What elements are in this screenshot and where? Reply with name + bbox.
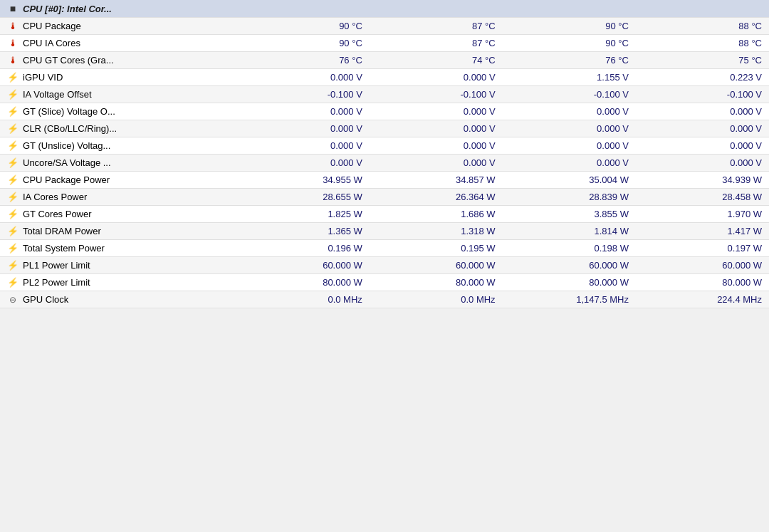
header-col1: [236, 0, 370, 18]
row-name-cell: 🌡 CPU GT Cores (Gra...: [0, 52, 236, 69]
row-value-4: 88 °C: [636, 18, 769, 35]
row-label: Uncore/SA Voltage ...: [23, 157, 111, 168]
row-value-3: 0.000 V: [503, 137, 636, 155]
header-square-icon: ■: [7, 3, 19, 14]
row-value-3: 35.004 W: [503, 172, 636, 189]
row-value-2: -0.100 V: [370, 86, 503, 103]
thermometer-icon: 🌡: [7, 38, 19, 48]
row-value-3: 28.839 W: [503, 189, 636, 206]
table-row: ⚡ Total System Power 0.196 W 0.195 W 0.1…: [0, 240, 769, 257]
row-name-cell: ⚡ Total DRAM Power: [0, 223, 236, 240]
row-name-cell: ⚡ iGPU VID: [0, 69, 236, 86]
row-value-3: 0.000 V: [503, 155, 636, 172]
table-row: ⚡ CLR (CBo/LLC/Ring)... 0.000 V 0.000 V …: [0, 120, 769, 137]
row-value-4: 60.000 W: [636, 257, 769, 274]
row-value-2: 87 °C: [370, 35, 503, 52]
row-value-1: 90 °C: [236, 18, 370, 35]
row-value-1: -0.100 V: [236, 86, 370, 103]
row-value-4: 0.223 V: [636, 69, 769, 86]
row-value-1: 34.955 W: [236, 172, 370, 189]
row-name-cell: ⚡ GT Cores Power: [0, 206, 236, 223]
row-value-2: 0.000 V: [370, 69, 503, 86]
bolt-icon: ⚡: [7, 106, 19, 117]
row-name-cell: ⚡ IA Cores Power: [0, 189, 236, 206]
row-name-cell: 🌡 CPU IA Cores: [0, 35, 236, 52]
row-value-3: 0.000 V: [503, 120, 636, 137]
row-value-4: 0.000 V: [636, 137, 769, 155]
row-value-2: 80.000 W: [370, 274, 503, 291]
bolt-icon: ⚡: [7, 72, 19, 83]
bolt-icon: ⚡: [7, 157, 19, 168]
row-value-1: 1.365 W: [236, 223, 370, 240]
row-value-2: 1.318 W: [370, 223, 503, 240]
thermometer-icon: 🌡: [7, 55, 19, 66]
row-label: IA Voltage Offset: [23, 89, 92, 100]
row-value-1: 0.000 V: [236, 137, 370, 155]
table-row: ⚡ Total DRAM Power 1.365 W 1.318 W 1.814…: [0, 223, 769, 240]
row-value-3: 0.000 V: [503, 103, 636, 120]
row-label: iGPU VID: [23, 72, 63, 83]
table-row: ⚡ GT Cores Power 1.825 W 1.686 W 3.855 W…: [0, 206, 769, 223]
row-value-1: 90 °C: [236, 35, 370, 52]
row-value-4: 28.458 W: [636, 189, 769, 206]
table-row: ⊖ GPU Clock 0.0 MHz 0.0 MHz 1,147.5 MHz …: [0, 291, 769, 308]
row-value-4: 0.197 W: [636, 240, 769, 257]
row-label: GT (Unslice) Voltag...: [23, 140, 110, 151]
row-value-3: 76 °C: [503, 52, 636, 69]
row-value-3: 3.855 W: [503, 206, 636, 223]
row-name-cell: ⚡ Uncore/SA Voltage ...: [0, 155, 236, 172]
row-value-3: 90 °C: [503, 18, 636, 35]
row-name-cell: 🌡 CPU Package: [0, 18, 236, 35]
row-value-1: 28.655 W: [236, 189, 370, 206]
header-col2: [370, 0, 503, 18]
row-label: CPU IA Cores: [23, 38, 80, 48]
table-row: ⚡ CPU Package Power 34.955 W 34.857 W 35…: [0, 172, 769, 189]
row-value-4: 88 °C: [636, 35, 769, 52]
row-value-4: 1.970 W: [636, 206, 769, 223]
bolt-icon: ⚡: [7, 243, 19, 254]
row-value-2: 74 °C: [370, 52, 503, 69]
row-label: Total DRAM Power: [23, 226, 101, 236]
row-name-cell: ⚡ IA Voltage Offset: [0, 86, 236, 103]
row-value-4: 0.000 V: [636, 103, 769, 120]
row-value-4: 75 °C: [636, 52, 769, 69]
table-row: ⚡ iGPU VID 0.000 V 0.000 V 1.155 V 0.223…: [0, 69, 769, 86]
row-value-2: 0.000 V: [370, 155, 503, 172]
row-label: GT Cores Power: [23, 209, 92, 219]
bolt-icon: ⚡: [7, 192, 19, 202]
row-name-cell: ⚡ GT (Slice) Voltage O...: [0, 103, 236, 120]
row-label: CPU GT Cores (Gra...: [23, 55, 114, 66]
header-col4: [636, 0, 769, 18]
row-value-2: 87 °C: [370, 18, 503, 35]
row-name-cell: ⚡ GT (Unslice) Voltag...: [0, 137, 236, 155]
row-label: PL1 Power Limit: [23, 260, 90, 271]
row-value-1: 0.000 V: [236, 69, 370, 86]
bolt-icon: ⚡: [7, 209, 19, 219]
row-value-2: 0.000 V: [370, 137, 503, 155]
row-value-3: 1.155 V: [503, 69, 636, 86]
row-value-4: 224.4 MHz: [636, 291, 769, 308]
row-label: CPU Package: [23, 21, 81, 31]
row-value-3: 1,147.5 MHz: [503, 291, 636, 308]
bolt-icon: ⚡: [7, 277, 19, 288]
row-value-4: 0.000 V: [636, 120, 769, 137]
row-value-1: 0.000 V: [236, 120, 370, 137]
row-name-cell: ⚡ CPU Package Power: [0, 172, 236, 189]
row-value-4: 80.000 W: [636, 274, 769, 291]
row-value-4: 34.939 W: [636, 172, 769, 189]
table-row: ⚡ PL2 Power Limit 80.000 W 80.000 W 80.0…: [0, 274, 769, 291]
row-label: IA Cores Power: [23, 192, 87, 202]
row-label: Total System Power: [23, 243, 105, 254]
row-name-cell: ⚡ PL1 Power Limit: [0, 257, 236, 274]
row-value-1: 0.196 W: [236, 240, 370, 257]
row-value-1: 0.0 MHz: [236, 291, 370, 308]
row-value-2: 1.686 W: [370, 206, 503, 223]
row-label: GPU Clock: [23, 294, 68, 305]
row-value-1: 80.000 W: [236, 274, 370, 291]
table-row: ⚡ IA Voltage Offset -0.100 V -0.100 V -0…: [0, 86, 769, 103]
row-label: PL2 Power Limit: [23, 277, 90, 288]
row-value-2: 0.195 W: [370, 240, 503, 257]
circle-icon: ⊖: [7, 295, 19, 305]
bolt-icon: ⚡: [7, 140, 19, 151]
row-value-3: 1.814 W: [503, 223, 636, 240]
